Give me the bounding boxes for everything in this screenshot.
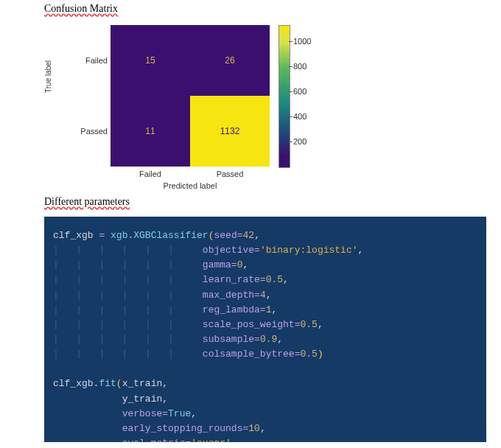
code-line: | | | | | | colsample_bytree=0.5) bbox=[53, 349, 323, 360]
colorbar-tick-600: 600 bbox=[293, 87, 306, 96]
x-tick-failed: Failed bbox=[111, 169, 190, 178]
x-tick-passed: Passed bbox=[190, 169, 270, 178]
cell-failed-passed: 26 bbox=[190, 25, 270, 96]
cell-passed-failed: 11 bbox=[111, 96, 190, 167]
code-line: | | | | | | objective='binary:logistic', bbox=[53, 245, 363, 256]
code-line: | | | | | | max_depth=4, bbox=[53, 290, 272, 301]
code-line: | | | | | | gamma=0, bbox=[53, 259, 248, 270]
colorbar-tick-line bbox=[289, 116, 292, 117]
colorbar-tick-line bbox=[289, 141, 292, 142]
y-tick-passed: Passed bbox=[75, 127, 108, 136]
colorbar-tick-line bbox=[289, 41, 292, 42]
code-line: early_stopping_rounds=10, bbox=[53, 423, 266, 434]
code-line: eval_metric='aucpr', bbox=[53, 438, 237, 442]
heatmap-grid: 15 26 11 1132 bbox=[111, 25, 270, 167]
confusion-matrix-figure: True label Failed Passed 15 26 11 1132 F… bbox=[44, 19, 354, 189]
colorbar-tick-800: 800 bbox=[293, 62, 306, 71]
cell-failed-failed: 15 bbox=[111, 25, 190, 96]
code-block: clf_xgb = xgb.XGBClassifier(seed=42, | |… bbox=[44, 217, 486, 442]
colorbar-tick-line bbox=[289, 91, 292, 92]
confusion-matrix-heading: Confusion Matrix bbox=[0, 0, 501, 19]
code-line: verbose=True, bbox=[53, 408, 197, 419]
code-line: | | | | | | scale_pos_weight=0.5, bbox=[53, 319, 323, 330]
cell-passed-passed: 1132 bbox=[190, 96, 270, 167]
code-line: y_train, bbox=[53, 393, 168, 405]
y-axis-label: True label bbox=[44, 85, 52, 93]
code-line: | | | | | | reg_lambda=1, bbox=[53, 304, 277, 315]
code-line: | | | | | | subsample=0.9, bbox=[53, 334, 283, 345]
code-line: clf_xgb = xgb.XGBClassifier(seed=42, bbox=[53, 230, 260, 241]
different-parameters-heading: Different parameters bbox=[0, 189, 501, 212]
colorbar-tick-400: 400 bbox=[293, 112, 306, 121]
colorbar-tick-200: 200 bbox=[293, 137, 306, 146]
code-line: | | | | | | learn_rate=0.5, bbox=[53, 274, 289, 285]
colorbar-tick-1000: 1000 bbox=[293, 37, 311, 46]
x-axis-label: Predicted label bbox=[111, 181, 270, 190]
y-tick-failed: Failed bbox=[75, 56, 108, 65]
colorbar-tick-line bbox=[289, 66, 292, 67]
code-line bbox=[53, 363, 59, 374]
code-line: clf_xgb.fit(x_train, bbox=[53, 378, 168, 389]
colorbar bbox=[278, 25, 290, 168]
